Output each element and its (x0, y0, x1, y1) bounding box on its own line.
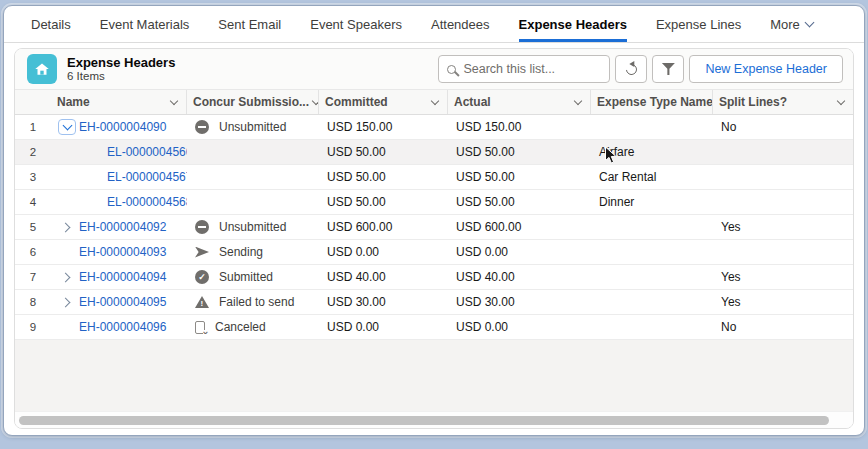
tab-more[interactable]: More (770, 6, 813, 42)
new-expense-header-button[interactable]: New Expense Header (689, 55, 843, 83)
status-icon (195, 144, 211, 160)
record-link[interactable]: EL-0000004567 (107, 170, 187, 184)
column-header-committed[interactable]: Committed (319, 90, 448, 114)
table-row: 8 EH-0000004095 Failed to send USD 30.00… (15, 290, 853, 315)
actual-cell: USD 50.00 (448, 145, 591, 159)
name-cell: EH-0000004095 (51, 294, 187, 310)
table-row: 1 EH-0000004090 Unsubmitted USD 150.00 U… (15, 115, 853, 140)
row-number: 3 (15, 171, 51, 183)
concur-submission-status-cell: Sending (187, 245, 319, 259)
list-search-box[interactable] (438, 55, 610, 83)
filter-icon (662, 63, 675, 75)
list-header-actions: New Expense Header (438, 55, 843, 83)
column-label: Concur Submissio... (193, 95, 309, 109)
list-title-block: Expense Headers 6 Items (67, 55, 175, 83)
row-number-column-header (15, 90, 51, 114)
search-input[interactable] (463, 62, 601, 76)
failed-status-icon (195, 296, 209, 308)
status-icon (195, 194, 211, 210)
table-header-row: Name Concur Submissio... Committed Actua… (15, 89, 853, 115)
row-expand-toggle-icon (58, 319, 76, 335)
table-row: 2 EL-0000004566 USD 50.00 USD 50.00 Airf… (15, 140, 853, 165)
split-lines-cell: Yes (713, 270, 853, 284)
tab-details[interactable]: Details (31, 6, 71, 42)
horizontal-scrollbar-thumb[interactable] (19, 416, 829, 425)
unsubmitted-status-icon (195, 120, 209, 134)
status-text: Submitted (219, 270, 273, 284)
chevron-down-icon (170, 96, 178, 104)
list-card-header: Expense Headers 6 Items New Expense Head… (15, 49, 853, 89)
row-expand-toggle-icon[interactable] (58, 294, 76, 310)
expense-header-object-icon (27, 54, 57, 84)
tab-expense-lines[interactable]: Expense Lines (656, 6, 741, 42)
filter-button[interactable] (652, 55, 684, 83)
tab-bar: Details Event Materials Sent Email Event… (4, 6, 864, 43)
tab-sent-email[interactable]: Sent Email (218, 6, 281, 42)
concur-submission-status-cell: Unsubmitted (187, 220, 319, 234)
status-text: Unsubmitted (219, 120, 286, 134)
row-expand-toggle-icon[interactable] (58, 269, 76, 285)
refresh-icon (624, 61, 639, 76)
record-link[interactable]: EL-0000004568 (107, 195, 187, 209)
status-text: Failed to send (219, 295, 294, 309)
tab-event-speakers[interactable]: Event Speakers (310, 6, 402, 42)
name-cell: EH-0000004093 (51, 244, 187, 260)
name-cell: EH-0000004090 (51, 119, 187, 135)
committed-cell: USD 40.00 (319, 270, 448, 284)
column-header-concur-submission[interactable]: Concur Submissio... (187, 90, 319, 114)
house-icon (33, 60, 51, 78)
column-header-split-lines[interactable]: Split Lines? (713, 90, 853, 114)
column-label: Committed (325, 95, 388, 109)
expense-type-cell: Dinner (591, 195, 713, 209)
column-label: Expense Type Name (597, 95, 713, 109)
concur-submission-status-cell: Canceled (187, 320, 319, 334)
split-lines-cell: Yes (713, 220, 853, 234)
table-body: 1 EH-0000004090 Unsubmitted USD 150.00 U… (15, 115, 853, 340)
refresh-button[interactable] (615, 55, 647, 83)
status-icon (195, 169, 211, 185)
tab-attendees[interactable]: Attendees (431, 6, 490, 42)
row-number: 2 (15, 146, 51, 158)
record-link[interactable]: EL-0000004566 (107, 145, 187, 159)
record-link[interactable]: EH-0000004096 (79, 320, 166, 334)
record-link[interactable]: EH-0000004092 (79, 220, 166, 234)
actual-cell: USD 0.00 (448, 245, 591, 259)
chevron-down-icon (431, 96, 439, 104)
row-number: 4 (15, 196, 51, 208)
record-link[interactable]: EH-0000004094 (79, 270, 166, 284)
expense-type-cell: Car Rental (591, 170, 713, 184)
tab-event-materials[interactable]: Event Materials (100, 6, 190, 42)
table-row: 3 EL-0000004567 USD 50.00 USD 50.00 Car … (15, 165, 853, 190)
table-row: 9 EH-0000004096 Canceled USD 0.00 USD 0.… (15, 315, 853, 340)
record-link[interactable]: EH-0000004093 (79, 245, 166, 259)
table-row: 6 EH-0000004093 Sending USD 0.00 USD 0.0… (15, 240, 853, 265)
chevron-down-icon (312, 96, 319, 104)
column-header-actual[interactable]: Actual (448, 90, 591, 114)
row-number: 6 (15, 246, 51, 258)
column-label: Actual (454, 95, 491, 109)
concur-submission-status-cell: Unsubmitted (187, 120, 319, 134)
concur-submission-status-cell (187, 144, 319, 160)
actual-cell: USD 30.00 (448, 295, 591, 309)
chevron-down-icon (804, 17, 814, 27)
record-link[interactable]: EH-0000004095 (79, 295, 166, 309)
split-lines-cell: Yes (713, 295, 853, 309)
column-header-expense-type-name[interactable]: Expense Type Name (591, 90, 713, 114)
unsubmitted-status-icon (195, 220, 209, 234)
record-link[interactable]: EH-0000004090 (79, 120, 166, 134)
name-cell: EH-0000004094 (51, 269, 187, 285)
column-header-name[interactable]: Name (51, 90, 187, 114)
chevron-down-icon (574, 96, 582, 104)
actual-cell: USD 0.00 (448, 320, 591, 334)
row-expand-toggle-icon[interactable] (58, 219, 76, 235)
tab-expense-headers[interactable]: Expense Headers (519, 6, 627, 42)
table-row: 5 EH-0000004092 Unsubmitted USD 600.00 U… (15, 215, 853, 240)
table-row: 4 EL-0000004568 USD 50.00 USD 50.00 Dinn… (15, 190, 853, 215)
name-cell: EL-0000004567 (51, 170, 187, 184)
name-cell: EH-0000004092 (51, 219, 187, 235)
concur-submission-status-cell: Submitted (187, 270, 319, 284)
name-cell: EH-0000004096 (51, 319, 187, 335)
column-label: Split Lines? (719, 95, 787, 109)
actual-cell: USD 50.00 (448, 170, 591, 184)
row-expand-toggle-icon[interactable] (58, 119, 76, 135)
